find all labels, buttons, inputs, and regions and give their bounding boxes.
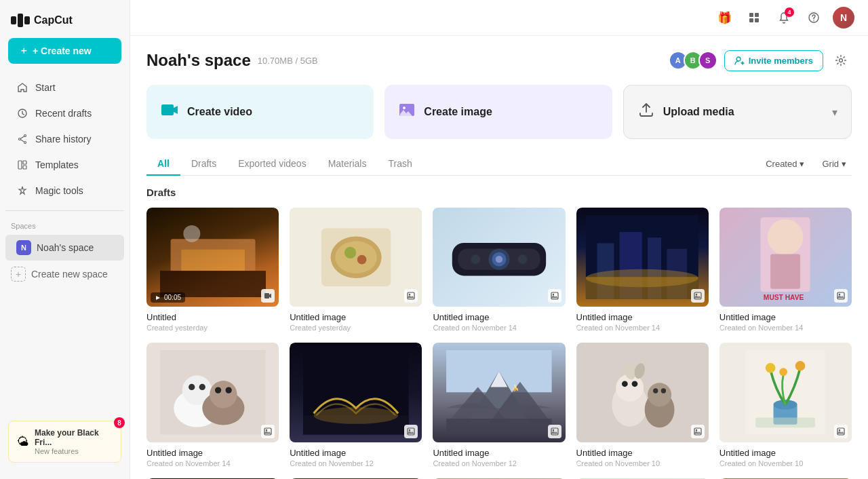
tab-all[interactable]: All (146, 153, 180, 176)
draft-card-3[interactable]: Untitled image Created on November 14 (433, 208, 565, 332)
create-space-item[interactable]: + Create new space (0, 261, 130, 287)
sidebar-bottom: 🌤 Make your Black Fri... New features 8 (0, 413, 130, 471)
noah-space-item[interactable]: N Noah's space (5, 235, 124, 261)
capcut-logo-icon (11, 14, 30, 27)
draft-name: Untitled image (433, 448, 565, 458)
draft-date: Created on November 14 (576, 324, 709, 332)
projects-button[interactable] (743, 7, 765, 28)
tab-trash[interactable]: Trash (377, 153, 422, 176)
sidebar-item-share-history[interactable]: Share history (5, 127, 124, 151)
black-friday-banner[interactable]: 🌤 Make your Black Fri... New features 8 (8, 421, 121, 463)
create-new-label: + Create new (33, 45, 92, 56)
main-area: 🎁 4 N (130, 0, 868, 479)
tab-exported[interactable]: Exported videos (227, 153, 317, 176)
draft-card-6[interactable]: Untitled image Created on November 14 (146, 343, 279, 467)
create-new-button[interactable]: ＋ + Create new (8, 38, 121, 64)
draft-card-10[interactable]: Untitled image Created on November 10 (719, 343, 852, 467)
create-image-card[interactable]: Create image (384, 85, 612, 139)
sidebar-item-start[interactable]: Start (5, 75, 124, 100)
draft-card-4[interactable]: Untitled image Created on November 14 (576, 208, 709, 332)
svg-point-52 (768, 220, 804, 256)
svg-text:MUST HAVE: MUST HAVE (764, 294, 804, 301)
notification-badge: 4 (785, 7, 794, 17)
view-button[interactable]: Grid ▾ (816, 156, 852, 172)
sidebar-item-templates[interactable]: Templates (5, 153, 124, 177)
create-space-label: Create new space (31, 269, 108, 280)
banner-title: Make your Black Fri... (35, 428, 113, 447)
user-avatar[interactable]: N (833, 7, 854, 28)
templates-label: Templates (35, 159, 79, 170)
svg-rect-7 (18, 161, 22, 169)
draft-thumbnail (146, 343, 279, 442)
section-title: Drafts (146, 187, 852, 198)
page-header: Noah's space 10.70MB / 5GB A B S Invite … (146, 50, 852, 71)
svg-point-104 (839, 429, 840, 431)
draft-name: Untitled image (290, 312, 422, 322)
draft-card-7[interactable]: Untitled image Created on November 12 (290, 343, 422, 467)
svg-point-4 (24, 135, 26, 137)
image-card-icon (398, 102, 416, 122)
svg-point-20 (403, 107, 406, 109)
sort-button[interactable]: Created ▾ (760, 156, 810, 172)
svg-text:🍌: 🍌 (512, 384, 520, 392)
draft-card-1[interactable]: 00:05 Untitled Created yesterday (146, 208, 279, 332)
magic-icon (16, 185, 28, 197)
sidebar-item-magic-tools[interactable]: Magic tools (5, 178, 124, 203)
draft-card-5[interactable]: MUST HAVE NEW ARRIVALS Untitled image Cr… (719, 208, 852, 332)
tab-drafts[interactable]: Drafts (180, 153, 227, 176)
space-settings-button[interactable] (830, 50, 852, 71)
svg-rect-10 (749, 13, 753, 17)
draft-date: Created yesterday (146, 324, 279, 332)
content-area: Noah's space 10.70MB / 5GB A B S Invite … (130, 36, 868, 479)
upload-media-card[interactable]: Upload media ▾ (623, 85, 852, 139)
svg-point-28 (335, 241, 376, 273)
draft-card-8[interactable]: 🍌 Untitled image Created on November 12 (433, 343, 565, 467)
svg-point-48 (586, 269, 698, 288)
svg-point-73 (409, 429, 410, 431)
storage-info: 10.70MB / 5GB (258, 56, 318, 66)
svg-rect-9 (23, 166, 26, 169)
svg-point-89 (648, 383, 671, 407)
svg-point-86 (622, 381, 628, 387)
svg-rect-102 (755, 418, 815, 428)
tab-materials[interactable]: Materials (317, 153, 378, 176)
svg-rect-18 (161, 104, 174, 115)
svg-point-91 (661, 389, 666, 394)
draft-type-badge (404, 425, 418, 438)
draft-thumbnail (576, 343, 709, 442)
draft-date: Created on November 12 (290, 459, 422, 467)
sidebar-item-recent-drafts[interactable]: Recent drafts (5, 101, 124, 126)
draft-type-badge (404, 289, 418, 303)
svg-point-37 (496, 256, 502, 263)
create-video-label: Create video (187, 106, 252, 118)
sidebar: CapCut ＋ + Create new Start Recent draft… (0, 0, 130, 479)
svg-point-57 (839, 294, 840, 295)
svg-rect-0 (11, 16, 16, 24)
draft-thumbnail (433, 208, 565, 307)
draft-name: Untitled image (146, 448, 279, 458)
draft-card-2[interactable]: Untitled image Created yesterday (290, 208, 422, 332)
svg-point-71 (314, 407, 398, 424)
draft-type-badge (691, 425, 705, 438)
draft-card-9[interactable]: Untitled image Created on November 10 (576, 343, 709, 467)
plus-icon: ＋ (19, 45, 28, 57)
view-chevron-icon: ▾ (842, 159, 846, 169)
svg-rect-2 (24, 16, 30, 24)
help-button[interactable] (803, 7, 825, 28)
invite-members-button[interactable]: Invite members (724, 50, 823, 71)
space-name: Noah's space (37, 242, 94, 253)
svg-rect-11 (755, 13, 759, 17)
draft-type-badge (548, 425, 561, 438)
svg-rect-53 (770, 254, 800, 289)
gift-button[interactable]: 🎁 (713, 7, 735, 28)
draft-date: Created on November 14 (719, 324, 852, 332)
tab-materials-label: Materials (328, 158, 367, 169)
tabs-row: All Drafts Exported videos Materials Tra… (146, 153, 852, 176)
draft-date: Created on November 14 (433, 324, 565, 332)
svg-point-29 (344, 247, 356, 258)
add-space-icon: + (11, 267, 26, 282)
svg-point-30 (357, 255, 366, 265)
draft-date: Created on November 14 (146, 459, 279, 467)
create-video-card[interactable]: Create video (146, 85, 374, 139)
draft-thumbnail: 00:05 (146, 208, 279, 307)
